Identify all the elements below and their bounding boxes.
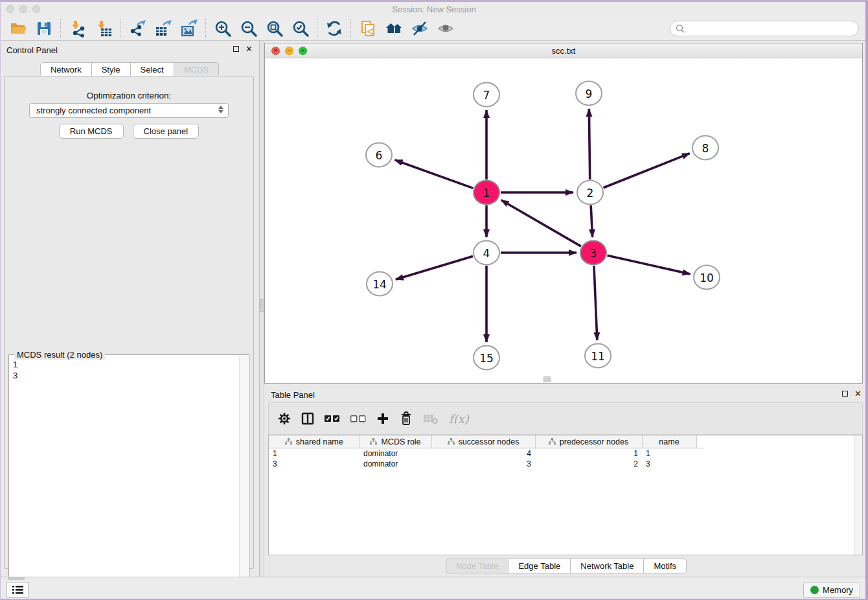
tab-mcds[interactable]: MCDS [174,62,219,77]
unselect-all-icon[interactable] [350,409,366,428]
table-row[interactable]: 3dominator323 [269,459,704,469]
graph-edge-3-1[interactable] [501,200,581,246]
copy-network-view-icon[interactable] [355,17,381,40]
search-input[interactable] [689,23,853,34]
show-panels-icon[interactable] [433,17,459,40]
panel-splitter[interactable] [259,41,264,577]
graph-node-6[interactable]: 6 [366,143,392,167]
optimization-criterion-label: Optimization criterion: [5,91,253,100]
import-table-icon[interactable] [91,17,117,40]
run-mcds-button[interactable]: Run MCDS [59,124,124,139]
canvas-scroll-handle[interactable] [543,376,551,382]
graph-node-2[interactable]: 2 [577,181,603,205]
graph-edge-2-8[interactable] [604,154,690,188]
column-header-predecessor-nodes[interactable]: predecessor nodes [535,435,642,448]
graph-edge-1-6[interactable] [395,160,474,188]
hierarchy-sort-icon[interactable] [448,438,455,445]
graph-edge-2-3[interactable] [591,205,592,237]
cell-successor-nodes[interactable]: 3 [431,459,535,469]
tab-style[interactable]: Style [92,62,131,77]
graph-edge-3-11[interactable] [594,266,597,340]
graph-node-15[interactable]: 15 [474,346,499,370]
tab-node-table[interactable]: Node Table [446,559,509,573]
graph-node-10[interactable]: 10 [694,266,720,290]
open-session-icon[interactable] [5,17,31,40]
graph-node-4[interactable]: 4 [474,241,499,265]
cell-predecessor-nodes[interactable]: 2 [535,459,642,469]
graph-node-1[interactable]: 1 [474,181,499,205]
cell-shared-name[interactable]: 3 [269,459,360,469]
column-header-MCDS-role[interactable]: MCDS role [360,435,431,448]
graph-node-11[interactable]: 11 [585,344,611,368]
delete-icon[interactable] [400,409,413,428]
statusbar-grip[interactable] [8,577,25,580]
gear-icon[interactable] [278,409,291,428]
hide-panels-icon[interactable] [407,17,433,40]
cell-MCDS-role[interactable]: dominator [360,459,431,469]
graph-node-8[interactable]: 8 [692,136,718,160]
table-row[interactable]: 1dominator411 [269,448,704,459]
column-label: MCDS role [381,437,420,446]
node-table-grid[interactable]: shared nameMCDS rolesuccessor nodesprede… [269,435,704,469]
home-view-icon[interactable] [381,17,407,40]
criterion-value: strongly connected component [36,106,151,115]
refresh-layout-icon[interactable] [321,17,347,40]
control-panel-title: Control Panel [6,45,58,55]
add-icon[interactable] [376,409,389,428]
graph-node-3[interactable]: 3 [580,241,606,265]
main-toolbar [0,16,868,41]
hierarchy-sort-icon[interactable] [285,438,292,445]
cell-successor-nodes[interactable]: 4 [431,448,535,459]
column-header-successor-nodes[interactable]: successor nodes [431,435,535,448]
graph-node-14[interactable]: 14 [367,272,393,296]
tab-edge-table[interactable]: Edge Table [508,559,571,573]
column-view-icon[interactable] [301,409,314,428]
table-close-icon[interactable]: ✕ [854,390,862,397]
memory-button[interactable]: Memory [803,582,860,598]
select-all-icon[interactable] [325,409,340,428]
import-network-icon[interactable] [65,17,91,40]
cell-name[interactable]: 1 [642,448,696,459]
cell-name[interactable]: 3 [642,459,696,469]
column-label: shared name [296,437,343,446]
criterion-select[interactable]: strongly connected component [29,103,229,118]
svg-text:2: 2 [587,187,594,200]
column-header-shared-name[interactable]: shared name [269,435,360,448]
mcds-result-text[interactable]: 1 3 [12,359,238,595]
result-scrollbar[interactable] [239,356,248,597]
graph-edge-2-9[interactable] [589,109,589,179]
svg-text:14: 14 [372,278,387,291]
cell-MCDS-role[interactable]: dominator [360,448,431,459]
export-network-icon[interactable] [124,17,150,40]
tab-motifs[interactable]: Motifs [644,559,687,573]
hierarchy-sort-icon[interactable] [549,438,556,445]
close-panel-button[interactable]: Close panel [133,124,200,139]
graph-edge-4-14[interactable] [396,257,473,280]
network-graph[interactable]: 1234678910111415 [265,58,862,383]
save-session-icon[interactable] [31,17,57,40]
table-float-icon[interactable] [842,391,848,397]
table-toolbar: f(x) [268,402,863,435]
graph-edge-3-10[interactable] [607,255,690,274]
table-scrollbar[interactable] [854,435,862,555]
column-header-name[interactable]: name [642,435,696,448]
zoom-out-icon[interactable] [236,17,262,40]
zoom-fit-icon[interactable] [262,17,288,40]
export-table-icon[interactable] [150,17,176,40]
graph-node-7[interactable]: 7 [474,83,499,107]
cell-predecessor-nodes[interactable]: 1 [535,448,642,459]
close-panel-icon[interactable]: ✕ [246,45,253,52]
tab-select[interactable]: Select [131,62,174,77]
hierarchy-sort-icon[interactable] [370,438,377,445]
export-image-icon[interactable] [176,17,202,40]
search-box[interactable] [670,21,859,36]
task-history-button[interactable] [6,582,29,598]
cell-shared-name[interactable]: 1 [269,448,360,459]
float-panel-icon[interactable] [233,46,239,52]
zoom-in-icon[interactable] [210,17,236,40]
tab-network-table[interactable]: Network Table [571,559,644,573]
tab-network[interactable]: Network [40,62,92,77]
graph-node-9[interactable]: 9 [576,82,602,106]
zoom-selected-icon[interactable] [288,17,314,40]
network-canvas[interactable]: 1234678910111415 [265,58,862,383]
